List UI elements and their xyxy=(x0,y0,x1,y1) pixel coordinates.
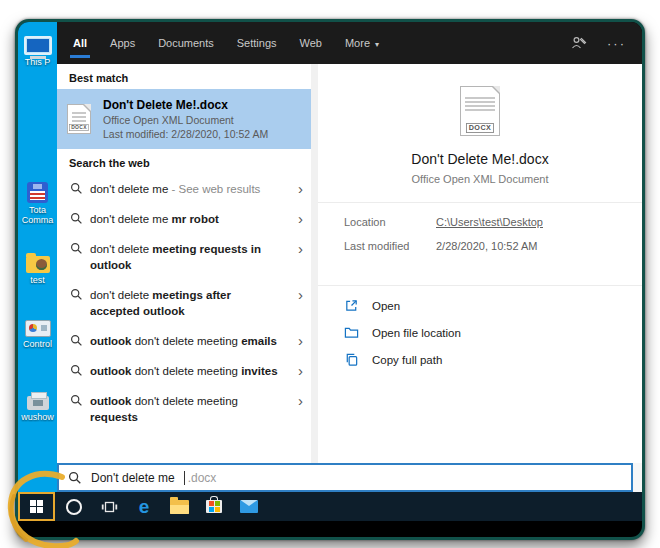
web-suggestion[interactable]: don't delete meetings after accepted out… xyxy=(57,280,318,326)
docx-file-icon: DOCX xyxy=(67,104,91,134)
tab-more[interactable]: More▾ xyxy=(345,23,379,63)
chevron-right-icon: › xyxy=(298,181,310,197)
printer-icon xyxy=(27,396,49,410)
search-tabs: All Apps Documents Settings Web More▾ xyxy=(57,23,379,63)
web-suggestion[interactable]: don't delete me - See web results › xyxy=(57,174,318,204)
user-feedback-icon[interactable] xyxy=(571,35,587,51)
tab-all[interactable]: All xyxy=(73,23,87,63)
chevron-right-icon: › xyxy=(298,241,310,257)
detail-location: Location C:\Users\test\Desktop xyxy=(344,216,616,228)
file-explorer-icon xyxy=(170,500,189,514)
this-pc-icon xyxy=(24,36,52,55)
chevron-right-icon: › xyxy=(298,211,310,227)
tab-apps[interactable]: Apps xyxy=(110,23,135,63)
search-icon xyxy=(70,334,90,347)
desktop-icon-test[interactable]: test xyxy=(18,256,57,285)
desktop-icon-label: Tota Comma xyxy=(18,205,57,225)
search-bar-row: Don't delete me .docx xyxy=(57,463,642,492)
search-query-text: Don't delete me xyxy=(91,471,175,485)
screenshot-canvas: This P Tota Comma test Control wushow xyxy=(0,0,660,548)
desktop-wallpaper: This P Tota Comma test Control wushow xyxy=(18,22,57,492)
desktop-icon-this-pc[interactable]: This P xyxy=(18,36,57,67)
detail-last-modified: Last modified 2/28/2020, 10:52 AM xyxy=(344,240,616,252)
last-modified-label: Last modified xyxy=(344,240,436,252)
edge-button[interactable]: e xyxy=(133,496,155,518)
web-suggestion[interactable]: outlook don't delete meeting invites › xyxy=(57,356,318,386)
search-icon xyxy=(70,394,90,407)
best-match-result[interactable]: DOCX Don't Delete Me!.docx Office Open X… xyxy=(57,89,318,149)
desktop-icon-wushow[interactable]: wushow xyxy=(18,396,57,422)
search-icon xyxy=(70,212,90,225)
action-open[interactable]: Open xyxy=(344,298,616,313)
search-icon xyxy=(70,242,90,255)
best-match-title: Don't Delete Me!.docx xyxy=(103,98,268,113)
results-scrollbar[interactable] xyxy=(311,64,318,463)
results-pane: Best match DOCX Don't Delete Me!.docx Of… xyxy=(57,64,318,463)
preview-file-type: Office Open XML Document xyxy=(318,173,642,185)
best-match-section-label: Best match xyxy=(57,64,318,89)
preview-file-title: Don't Delete Me!.docx xyxy=(318,151,642,167)
task-view-button[interactable] xyxy=(98,496,120,518)
cortana-button[interactable] xyxy=(63,496,85,518)
search-icon xyxy=(68,471,82,485)
start-button[interactable] xyxy=(18,492,55,521)
web-suggestion[interactable]: outlook don't delete meeting requests › xyxy=(57,386,318,432)
preview-panel: DOCX Don't Delete Me!.docx Office Open X… xyxy=(318,64,642,463)
mail-icon xyxy=(240,500,258,513)
desktop-icon-label: Control xyxy=(18,339,57,349)
mail-button[interactable] xyxy=(238,496,260,518)
search-icon xyxy=(70,288,90,301)
edge-icon: e xyxy=(139,497,150,516)
taskbar: e xyxy=(18,492,642,521)
task-view-icon xyxy=(101,500,118,514)
folder-icon xyxy=(344,325,359,340)
tab-web[interactable]: Web xyxy=(300,23,322,63)
action-label: Open file location xyxy=(372,327,461,339)
copy-icon xyxy=(344,352,359,367)
microsoft-store-icon xyxy=(206,500,222,513)
search-icon xyxy=(70,182,90,195)
chevron-right-icon: › xyxy=(298,287,310,303)
total-commander-icon xyxy=(27,182,48,203)
web-suggestion[interactable]: outlook don't delete meeting emails › xyxy=(57,326,318,356)
location-label: Location xyxy=(344,216,436,228)
web-suggestion[interactable]: don't delete me mr robot › xyxy=(57,204,318,234)
search-header: All Apps Documents Settings Web More▾ ··… xyxy=(57,22,642,64)
best-match-modified: Last modified: 2/28/2020, 10:52 AM xyxy=(103,127,268,141)
autocomplete-suggestion-text: .docx xyxy=(188,471,217,485)
text-cursor xyxy=(184,471,185,485)
action-open-file-location[interactable]: Open file location xyxy=(344,325,616,340)
search-icon xyxy=(70,364,90,377)
action-label: Open xyxy=(372,300,400,312)
location-path-link[interactable]: C:\Users\test\Desktop xyxy=(436,216,543,228)
web-section-label: Search the web xyxy=(57,149,318,174)
action-copy-full-path[interactable]: Copy full path xyxy=(344,352,616,367)
control-panel-icon xyxy=(25,320,51,337)
screenshot-frame: This P Tota Comma test Control wushow xyxy=(15,19,645,540)
tab-documents[interactable]: Documents xyxy=(158,23,214,63)
action-label: Copy full path xyxy=(372,354,442,366)
tab-settings[interactable]: Settings xyxy=(237,23,277,63)
chevron-right-icon: › xyxy=(298,393,310,409)
cortana-icon xyxy=(66,499,82,515)
store-button[interactable] xyxy=(203,496,225,518)
best-match-filetype: Office Open XML Document xyxy=(103,113,268,127)
chevron-right-icon: › xyxy=(298,363,310,379)
chevron-right-icon: › xyxy=(298,333,310,349)
file-explorer-button[interactable] xyxy=(168,496,190,518)
desktop-icon-label: wushow xyxy=(18,412,57,422)
web-suggestion[interactable]: don't delete meeting requests in outlook… xyxy=(57,234,318,280)
docx-file-icon-large: DOCX xyxy=(460,86,500,136)
search-input[interactable]: Don't delete me .docx xyxy=(57,463,633,492)
desktop-icon-label: test xyxy=(18,275,57,285)
desktop-icon-total-commander[interactable]: Tota Comma xyxy=(18,182,57,225)
windows-logo-icon xyxy=(30,500,43,513)
chevron-down-icon: ▾ xyxy=(375,40,379,49)
desktop-icon-control-panel[interactable]: Control xyxy=(18,320,57,349)
last-modified-value: 2/28/2020, 10:52 AM xyxy=(436,240,538,252)
more-options-icon[interactable]: ··· xyxy=(607,36,626,51)
user-folder-icon xyxy=(26,256,50,273)
open-icon xyxy=(344,298,359,313)
